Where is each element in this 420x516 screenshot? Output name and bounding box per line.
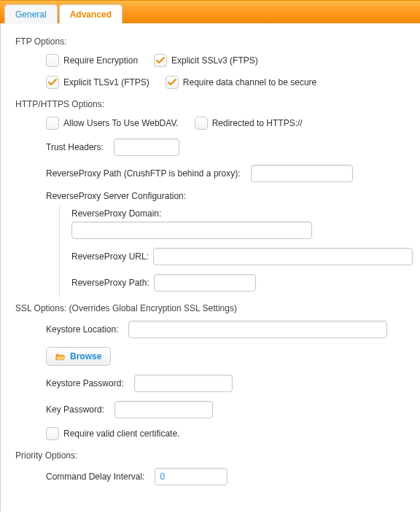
reverseproxy-path2-label: ReverseProxy Path: bbox=[71, 278, 149, 288]
redirected-https-label: Redirected to HTTPS:// bbox=[212, 118, 303, 128]
reverseproxy-path-label: ReverseProxy Path (CrushFTP is behind a … bbox=[46, 168, 241, 179]
reverseproxy-url-input[interactable] bbox=[153, 248, 413, 265]
explicit-sslv3-checkbox[interactable] bbox=[154, 54, 167, 67]
require-data-secure-label: Require data channel to be secure bbox=[183, 77, 316, 87]
reverseproxy-server-config-label: ReverseProxy Server Configuration: bbox=[46, 191, 186, 201]
reverseproxy-path-input[interactable] bbox=[251, 165, 353, 182]
key-password-input[interactable] bbox=[114, 401, 213, 418]
tab-strip: General Advanced bbox=[4, 4, 124, 23]
explicit-sslv3-label: Explicit SSLv3 (FTPS) bbox=[171, 55, 258, 66]
require-valid-cert-label: Require valid client certificate. bbox=[63, 429, 179, 439]
require-encryption-checkbox[interactable] bbox=[46, 54, 59, 67]
explicit-tlsv1-label: Explicit TLSv1 (FTPS) bbox=[63, 77, 149, 87]
keystore-password-label: Keystore Password: bbox=[46, 378, 124, 388]
priority-section-label: Priority Options: bbox=[1, 445, 420, 464]
keystore-password-input[interactable] bbox=[134, 375, 233, 392]
keystore-location-label: Keystore Location: bbox=[46, 324, 118, 335]
tab-general[interactable]: General bbox=[4, 4, 58, 24]
reverseproxy-url-label: ReverseProxy URL: bbox=[71, 251, 149, 262]
advanced-panel: FTP Options: Require Encryption Explicit… bbox=[0, 23, 420, 512]
folder-open-icon bbox=[55, 353, 66, 361]
reverseproxy-path2-input[interactable] bbox=[154, 274, 256, 292]
explicit-tlsv1-checkbox[interactable] bbox=[46, 76, 59, 89]
reverseproxy-domain-input[interactable] bbox=[71, 222, 312, 239]
trust-headers-input[interactable] bbox=[114, 138, 179, 156]
browse-button-label: Browse bbox=[70, 351, 101, 361]
require-encryption-label: Require Encryption bbox=[63, 55, 138, 66]
require-valid-cert-checkbox[interactable] bbox=[46, 427, 59, 440]
tab-advanced[interactable]: Advanced bbox=[59, 4, 122, 24]
redirected-https-checkbox[interactable] bbox=[195, 117, 208, 130]
keystore-location-input[interactable] bbox=[128, 321, 387, 338]
trust-headers-label: Trust Headers: bbox=[46, 142, 104, 152]
http-section-label: HTTP/HTTPS Options: bbox=[1, 93, 420, 112]
browse-button[interactable]: Browse bbox=[46, 347, 111, 366]
ftp-section-label: FTP Options: bbox=[1, 31, 420, 50]
allow-webdav-label: Allow Users To Use WebDAV. bbox=[63, 118, 179, 128]
reverseproxy-domain-label: ReverseProxy Domain: bbox=[71, 208, 161, 219]
ssl-section-label: SSL Options: (Overrides Global Encryptio… bbox=[1, 297, 420, 316]
command-delay-input[interactable] bbox=[155, 468, 228, 485]
allow-webdav-checkbox[interactable] bbox=[46, 117, 59, 130]
key-password-label: Key Password: bbox=[46, 404, 104, 415]
command-delay-label: Command Delay Interval: bbox=[46, 472, 144, 482]
top-bar: General Advanced bbox=[0, 0, 420, 23]
require-data-secure-checkbox[interactable] bbox=[166, 76, 179, 89]
